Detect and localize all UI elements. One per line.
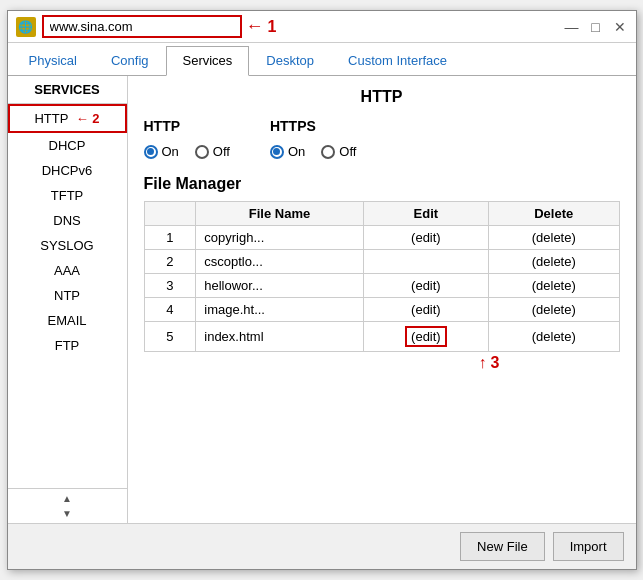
annotation-1: 1: [268, 18, 277, 36]
https-on-option[interactable]: On: [270, 144, 305, 159]
table-row: 1 copyrigh... (edit) (delete): [144, 226, 619, 250]
row4-name: image.ht...: [196, 298, 364, 322]
titlebar-left: 🌐 www.sina.com ← 1: [16, 15, 277, 38]
close-button[interactable]: ✕: [612, 19, 628, 35]
https-off-option[interactable]: Off: [321, 144, 356, 159]
section-title: HTTP: [144, 88, 620, 106]
annotation-3: 3: [491, 354, 500, 372]
http-group: HTTP On Off: [144, 118, 230, 159]
table-row: 4 image.ht... (edit) (delete): [144, 298, 619, 322]
arrow-annotation-1: ←: [246, 16, 264, 37]
tab-custom-interface[interactable]: Custom Interface: [331, 46, 464, 75]
row1-delete[interactable]: (delete): [489, 226, 620, 250]
row2-delete[interactable]: (delete): [489, 250, 620, 274]
file-table: File Name Edit Delete 1 copyrigh... (edi…: [144, 201, 620, 352]
sidebar-item-ntp[interactable]: NTP: [8, 283, 127, 308]
scroll-up-button[interactable]: ▲: [60, 491, 74, 506]
annotation-3-group: ↑ 3: [144, 354, 620, 372]
http-off-label: Off: [213, 144, 230, 159]
sidebar-item-label-http: HTTP: [34, 111, 68, 126]
row3-num: 3: [144, 274, 196, 298]
col-edit: Edit: [363, 202, 488, 226]
row2-edit[interactable]: [363, 250, 488, 274]
sidebar-item-aaa[interactable]: AAA: [8, 258, 127, 283]
row3-name: hellowor...: [196, 274, 364, 298]
sidebar-header: SERVICES: [8, 76, 127, 104]
tab-bar: Physical Config Services Desktop Custom …: [8, 43, 636, 76]
file-manager-title: File Manager: [144, 175, 620, 193]
http-on-dot: [147, 148, 154, 155]
table-header-row: File Name Edit Delete: [144, 202, 619, 226]
table-row: 3 hellowor... (edit) (delete): [144, 274, 619, 298]
row3-edit[interactable]: (edit): [363, 274, 488, 298]
sidebar-item-email[interactable]: EMAIL: [8, 308, 127, 333]
row4-delete[interactable]: (delete): [489, 298, 620, 322]
col-delete: Delete: [489, 202, 620, 226]
maximize-button[interactable]: □: [588, 19, 604, 35]
row1-edit[interactable]: (edit): [363, 226, 488, 250]
arrow-annotation-3: ↑: [479, 354, 487, 372]
row3-delete[interactable]: (delete): [489, 274, 620, 298]
http-label: HTTP: [144, 118, 230, 134]
https-group: HTTPS On Off: [270, 118, 356, 159]
sidebar-item-http[interactable]: HTTP ← 2: [8, 104, 127, 133]
row2-name: cscoptlo...: [196, 250, 364, 274]
sidebar-item-syslog[interactable]: SYSLOG: [8, 233, 127, 258]
sidebar-item-dhcpv6[interactable]: DHCPv6: [8, 158, 127, 183]
sidebar: SERVICES HTTP ← 2 DHCP DHCPv6 TFTP DNS S…: [8, 76, 128, 523]
row1-name: copyrigh...: [196, 226, 364, 250]
row5-delete[interactable]: (delete): [489, 322, 620, 352]
col-filename: File Name: [196, 202, 364, 226]
row4-num: 4: [144, 298, 196, 322]
http-on-label: On: [162, 144, 179, 159]
https-radio-row: On Off: [270, 144, 356, 159]
https-off-label: Off: [339, 144, 356, 159]
scroll-down-button[interactable]: ▼: [60, 506, 74, 521]
https-on-dot: [273, 148, 280, 155]
http-off-radio[interactable]: [195, 145, 209, 159]
minimize-button[interactable]: —: [564, 19, 580, 35]
row5-edit-highlighted[interactable]: (edit): [405, 326, 447, 347]
new-file-button[interactable]: New File: [460, 532, 545, 561]
row5-edit[interactable]: (edit): [363, 322, 488, 352]
content-area: SERVICES HTTP ← 2 DHCP DHCPv6 TFTP DNS S…: [8, 76, 636, 523]
tab-services[interactable]: Services: [166, 46, 250, 76]
http-off-option[interactable]: Off: [195, 144, 230, 159]
row2-num: 2: [144, 250, 196, 274]
https-on-label: On: [288, 144, 305, 159]
https-off-radio[interactable]: [321, 145, 335, 159]
https-on-radio[interactable]: [270, 145, 284, 159]
sidebar-item-dns[interactable]: DNS: [8, 208, 127, 233]
import-button[interactable]: Import: [553, 532, 624, 561]
table-row: 5 index.html (edit) (delete): [144, 322, 619, 352]
footer-bar: New File Import: [8, 523, 636, 569]
row5-name: index.html: [196, 322, 364, 352]
table-row: 2 cscoptlo... (delete): [144, 250, 619, 274]
titlebar-controls: — □ ✕: [564, 19, 628, 35]
https-label: HTTPS: [270, 118, 356, 134]
sidebar-item-dhcp[interactable]: DHCP: [8, 133, 127, 158]
tab-physical[interactable]: Physical: [12, 46, 94, 75]
row5-num: 5: [144, 322, 196, 352]
http-on-option[interactable]: On: [144, 144, 179, 159]
http-radio-row: On Off: [144, 144, 230, 159]
app-icon: 🌐: [16, 17, 36, 37]
titlebar: 🌐 www.sina.com ← 1 — □ ✕: [8, 11, 636, 43]
tab-config[interactable]: Config: [94, 46, 166, 75]
tab-desktop[interactable]: Desktop: [249, 46, 331, 75]
address-input[interactable]: www.sina.com: [42, 15, 242, 38]
row1-num: 1: [144, 226, 196, 250]
sidebar-list: HTTP ← 2 DHCP DHCPv6 TFTP DNS SYSLOG AAA…: [8, 104, 127, 488]
protocols-row: HTTP On Off: [144, 118, 620, 159]
address-group: www.sina.com ← 1: [42, 15, 277, 38]
sidebar-scroll: ▲ ▼: [8, 488, 127, 523]
main-window: 🌐 www.sina.com ← 1 — □ ✕ Physical Config…: [7, 10, 637, 570]
sidebar-item-ftp[interactable]: FTP: [8, 333, 127, 358]
http-on-radio[interactable]: [144, 145, 158, 159]
col-num: [144, 202, 196, 226]
row4-edit[interactable]: (edit): [363, 298, 488, 322]
sidebar-item-tftp[interactable]: TFTP: [8, 183, 127, 208]
main-panel: HTTP HTTP On Off: [128, 76, 636, 523]
